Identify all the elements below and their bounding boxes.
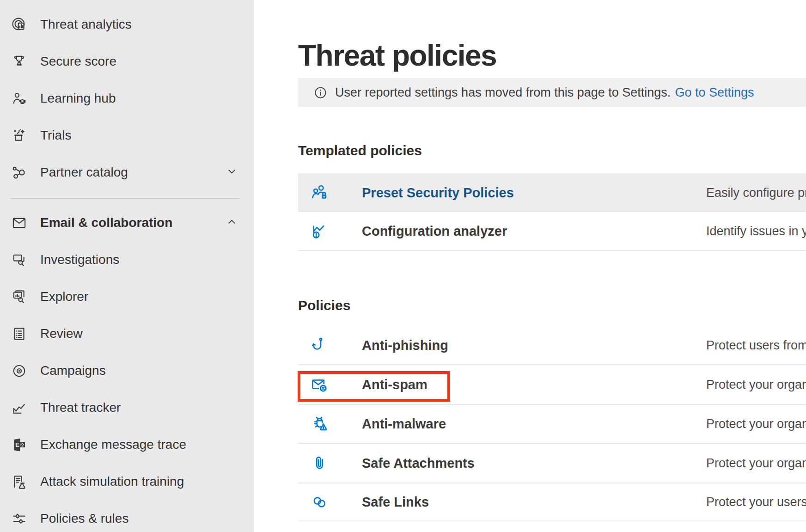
banner-message: User reported settings has moved from th… bbox=[335, 86, 671, 100]
exchange-message-trace-icon: E bbox=[10, 436, 28, 453]
row-description: Protect your organiz bbox=[706, 378, 806, 392]
configuration-analyzer-icon bbox=[309, 221, 330, 241]
threat-analytics-icon bbox=[10, 16, 28, 33]
row-label: Anti-malware bbox=[362, 416, 446, 432]
anti-malware-icon bbox=[309, 414, 330, 434]
sidebar-nav-list: Threat analytics Secure score bbox=[0, 6, 254, 532]
row-anti-spam[interactable]: Anti-spam Protect your organiz bbox=[298, 365, 806, 405]
row-description: Protect your organiz bbox=[706, 456, 806, 471]
safe-links-icon bbox=[309, 492, 330, 512]
row-label: Safe Links bbox=[362, 495, 429, 510]
review-icon bbox=[10, 325, 28, 342]
row-safe-attachments[interactable]: Safe Attachments Protect your organiz bbox=[298, 444, 806, 483]
sidebar-item-investigations[interactable]: Investigations bbox=[0, 241, 254, 278]
sidebar-item-label: Campaigns bbox=[40, 363, 106, 378]
sidebar-item-label: Trials bbox=[40, 128, 71, 143]
page-title: Threat policies bbox=[298, 39, 496, 72]
sidebar-item-secure-score[interactable]: Secure score bbox=[0, 43, 254, 80]
row-anti-malware[interactable]: Anti-malware Protect your organiz bbox=[298, 405, 806, 444]
sidebar-item-label: Attack simulation training bbox=[40, 474, 184, 489]
sidebar-item-label: Explorer bbox=[40, 289, 88, 304]
threat-policies-page: Threat analytics Secure score bbox=[0, 0, 806, 532]
row-label: Anti-spam bbox=[362, 377, 427, 392]
sidebar-item-exchange-message-trace[interactable]: E Exchange message trace bbox=[0, 426, 254, 463]
learning-hub-icon bbox=[10, 90, 28, 107]
sidebar-item-label: Threat tracker bbox=[40, 400, 121, 415]
sidebar-item-threat-analytics[interactable]: Threat analytics bbox=[0, 6, 254, 43]
campaigns-icon bbox=[10, 362, 28, 379]
sidebar-item-partner-catalog[interactable]: Partner catalog bbox=[0, 154, 254, 191]
sidebar-item-policies-rules[interactable]: Policies & rules bbox=[0, 500, 254, 532]
trials-icon bbox=[10, 127, 28, 144]
sidebar-item-explorer[interactable]: Explorer bbox=[0, 278, 254, 315]
sidebar: Threat analytics Secure score bbox=[0, 0, 254, 532]
sidebar-item-campaigns[interactable]: Campaigns bbox=[0, 352, 254, 389]
row-label: Anti-phishing bbox=[362, 338, 448, 353]
info-icon bbox=[313, 86, 328, 100]
sidebar-item-label: Investigations bbox=[40, 252, 119, 267]
sidebar-item-trials[interactable]: Trials bbox=[0, 117, 254, 154]
anti-phishing-icon bbox=[309, 335, 330, 355]
policies-heading: Policies bbox=[298, 298, 350, 313]
investigations-icon bbox=[10, 251, 28, 269]
explorer-icon bbox=[10, 288, 28, 306]
attack-simulation-training-icon bbox=[10, 473, 28, 490]
row-description: Easily configure prot bbox=[706, 186, 806, 200]
policies-rules-icon bbox=[10, 510, 28, 527]
sidebar-item-label: Threat analytics bbox=[40, 17, 132, 32]
sidebar-item-email-collaboration[interactable]: Email & collaboration bbox=[0, 204, 254, 241]
sidebar-item-review[interactable]: Review bbox=[0, 315, 254, 352]
partner-catalog-icon bbox=[10, 164, 28, 181]
sidebar-item-label: Review bbox=[40, 326, 83, 341]
go-to-settings-link[interactable]: Go to Settings bbox=[675, 86, 754, 100]
row-anti-phishing[interactable]: Anti-phishing Protect users from p bbox=[298, 326, 806, 365]
row-description: Protect your organiz bbox=[706, 417, 806, 431]
sidebar-divider bbox=[10, 198, 239, 199]
info-banner: User reported settings has moved from th… bbox=[298, 78, 806, 107]
row-description: Protect your users fr bbox=[706, 495, 806, 509]
safe-attachments-icon bbox=[309, 453, 330, 473]
row-description: Identify issues in you bbox=[706, 224, 806, 238]
chevron-up-icon[interactable] bbox=[226, 216, 238, 230]
sidebar-item-label: Email & collaboration bbox=[40, 215, 172, 230]
row-description: Protect users from p bbox=[706, 338, 806, 353]
row-label: Configuration analyzer bbox=[362, 224, 507, 239]
sidebar-item-label: Secure score bbox=[40, 54, 116, 69]
sidebar-item-attack-simulation-training[interactable]: Attack simulation training bbox=[0, 463, 254, 500]
sidebar-item-label: Exchange message trace bbox=[40, 437, 186, 452]
preset-security-policies-icon bbox=[309, 183, 330, 203]
row-label: Preset Security Policies bbox=[362, 185, 514, 201]
secure-score-icon bbox=[10, 53, 28, 70]
sidebar-item-label: Learning hub bbox=[40, 91, 116, 106]
anti-spam-icon bbox=[309, 374, 330, 395]
sidebar-item-learning-hub[interactable]: Learning hub bbox=[0, 80, 254, 117]
templated-policies-heading: Templated policies bbox=[298, 143, 422, 159]
sidebar-item-threat-tracker[interactable]: Threat tracker bbox=[0, 389, 254, 426]
email-collaboration-icon bbox=[10, 214, 28, 232]
row-label: Safe Attachments bbox=[362, 456, 475, 471]
sidebar-item-label: Policies & rules bbox=[40, 511, 128, 526]
chevron-down-icon[interactable] bbox=[226, 165, 238, 180]
row-preset-security-policies[interactable]: Preset Security Policies Easily configur… bbox=[298, 173, 806, 212]
threat-tracker-icon bbox=[10, 399, 28, 416]
sidebar-item-label: Partner catalog bbox=[40, 165, 128, 180]
row-configuration-analyzer[interactable]: Configuration analyzer Identify issues i… bbox=[298, 212, 806, 251]
row-safe-links[interactable]: Safe Links Protect your users fr bbox=[298, 483, 806, 521]
svg-text:E: E bbox=[15, 441, 19, 448]
